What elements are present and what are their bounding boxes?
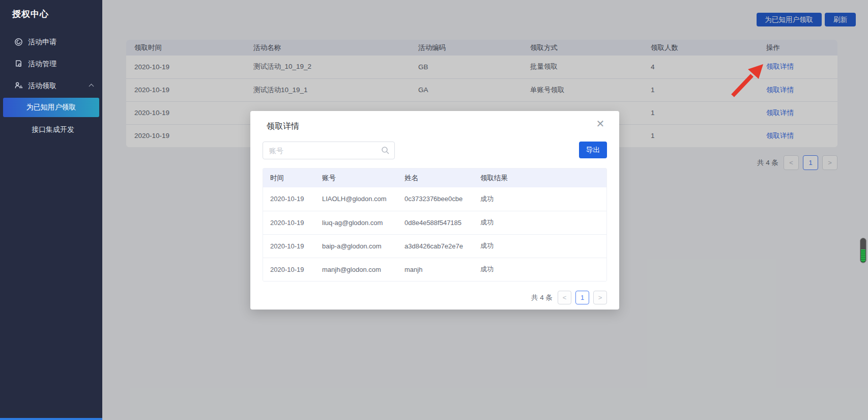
chevron-up-icon bbox=[89, 84, 94, 89]
app-title: 授权中心 bbox=[0, 0, 102, 20]
sidebar-item-claim-for-known-users[interactable]: 为已知用户领取 bbox=[3, 98, 99, 117]
sidebar-subitem-label: 为已知用户领取 bbox=[26, 103, 76, 112]
sidebar-menu: 活动申请 活动管理 活动领取 为已知用户领取 接口集成开发 bbox=[0, 31, 102, 142]
app-screen: 授权中心 活动申请 活动管理 活动领取 bbox=[0, 0, 868, 420]
sidebar-item-activity-apply[interactable]: 活动申请 bbox=[0, 31, 102, 53]
col-header-name: 姓名 bbox=[397, 169, 473, 187]
sidebar-subitem-label: 接口集成开发 bbox=[32, 125, 74, 134]
cell-account: LIAOLH@glodon.com bbox=[315, 187, 397, 211]
claim-detail-table: 时间 账号 姓名 领取结果 2020-10-19 LIAOLH@glodon.c… bbox=[263, 169, 606, 281]
col-header-time: 时间 bbox=[263, 169, 315, 187]
sidebar-item-api-integration[interactable]: 接口集成开发 bbox=[0, 118, 102, 142]
next-page-button[interactable]: > bbox=[593, 291, 607, 304]
cell-time: 2020-10-19 bbox=[263, 258, 315, 281]
cell-time: 2020-10-19 bbox=[263, 211, 315, 234]
modal-table-header-row: 时间 账号 姓名 领取结果 bbox=[263, 169, 606, 187]
user-chart-icon bbox=[14, 81, 23, 90]
doc-badge-icon bbox=[14, 60, 23, 68]
sidebar-item-label: 活动申请 bbox=[28, 38, 56, 47]
sidebar: 授权中心 活动申请 活动管理 活动领取 bbox=[0, 0, 102, 418]
scroll-indicator-stripes bbox=[861, 249, 865, 262]
cell-name: 0d8e4e588f547185 bbox=[397, 211, 473, 234]
search-icon[interactable] bbox=[381, 146, 390, 155]
cell-name: manjh bbox=[397, 258, 473, 281]
cell-name: 0c3732376bee0cbe bbox=[397, 187, 473, 211]
col-header-account: 账号 bbox=[315, 169, 397, 187]
modal-pagination: 共 4 条 < 1 > bbox=[531, 291, 607, 304]
sidebar-item-activity-claim[interactable]: 活动领取 bbox=[0, 75, 102, 97]
claim-detail-modal: 领取详情 ✕ 导出 时间 账号 姓名 领 bbox=[250, 111, 619, 310]
cell-name: a3d8426cab7e2e7e bbox=[397, 234, 473, 258]
sidebar-bottom-strip bbox=[0, 418, 102, 420]
modal-table-row: 2020-10-19 baip-a@glodon.com a3d8426cab7… bbox=[263, 234, 606, 258]
cell-result: 成功 bbox=[473, 187, 606, 211]
cell-time: 2020-10-19 bbox=[263, 234, 315, 258]
cell-result: 成功 bbox=[473, 211, 606, 234]
close-icon[interactable]: ✕ bbox=[594, 117, 607, 130]
modal-table-row: 2020-10-19 manjh@glodon.com manjh 成功 bbox=[263, 258, 606, 281]
sidebar-item-label: 活动领取 bbox=[28, 81, 56, 91]
cell-result: 成功 bbox=[473, 234, 606, 258]
modal-table-row: 2020-10-19 liuq-ag@glodon.com 0d8e4e588f… bbox=[263, 211, 606, 234]
sidebar-item-label: 活动管理 bbox=[28, 60, 56, 69]
cell-account: baip-a@glodon.com bbox=[315, 234, 397, 258]
export-button[interactable]: 导出 bbox=[579, 142, 607, 158]
scroll-indicator bbox=[860, 238, 866, 263]
target-icon bbox=[14, 38, 23, 46]
cell-result: 成功 bbox=[473, 258, 606, 281]
cell-account: liuq-ag@glodon.com bbox=[315, 211, 397, 234]
prev-page-button[interactable]: < bbox=[558, 291, 571, 304]
page-number-button[interactable]: 1 bbox=[575, 291, 589, 304]
account-search-box bbox=[263, 142, 395, 159]
annotation-arrow-icon bbox=[727, 61, 769, 102]
cell-account: manjh@glodon.com bbox=[315, 258, 397, 281]
modal-title: 领取详情 bbox=[267, 121, 299, 132]
cell-time: 2020-10-19 bbox=[263, 187, 315, 211]
claim-detail-table-card: 时间 账号 姓名 领取结果 2020-10-19 LIAOLH@glodon.c… bbox=[263, 168, 607, 282]
sidebar-item-activity-manage[interactable]: 活动管理 bbox=[0, 53, 102, 75]
col-header-result: 领取结果 bbox=[473, 169, 606, 187]
modal-table-row: 2020-10-19 LIAOLH@glodon.com 0c3732376be… bbox=[263, 187, 606, 211]
account-search-input[interactable] bbox=[263, 142, 372, 159]
total-count-label: 共 4 条 bbox=[531, 293, 553, 302]
